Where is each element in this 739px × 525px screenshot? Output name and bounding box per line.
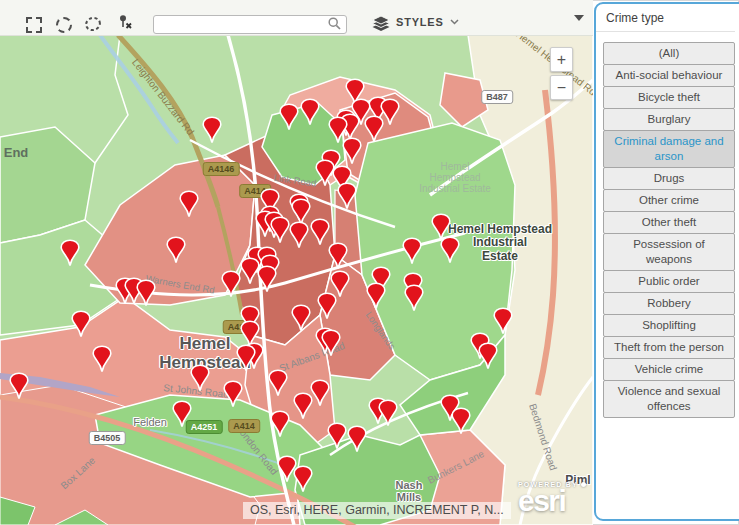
crime-pin[interactable] [479,343,497,368]
crime-pin[interactable] [292,305,310,330]
crime-pin[interactable] [10,373,28,398]
crime-type-item[interactable]: Theft from the person [603,336,735,359]
crime-pin[interactable] [381,99,399,124]
crime-type-item[interactable]: Shoplifting [603,314,735,337]
crime-pin[interactable] [367,283,385,308]
esri-logo: POWERED BY esri [518,481,586,514]
crime-type-item[interactable]: Burglary [603,108,735,131]
crime-pin[interactable] [222,271,240,296]
crime-pin[interactable] [280,104,298,129]
crime-pin[interactable] [241,258,259,283]
zoom-in-button[interactable]: + [550,47,573,72]
esri-dot-icon [581,482,586,487]
crime-pin[interactable] [203,117,221,142]
crime-pin[interactable] [365,116,383,141]
crime-pin[interactable] [348,426,366,451]
crime-pin[interactable] [292,199,310,224]
crime-pin[interactable] [452,408,470,433]
crime-pin[interactable] [180,191,198,216]
crime-pin[interactable] [328,423,346,448]
panel-title: Crime type [596,4,735,32]
crime-pin[interactable] [403,238,421,263]
crime-pin[interactable] [301,99,319,124]
crime-pin[interactable] [72,311,90,336]
map-pins-layer [0,35,593,525]
crime-pin[interactable] [137,280,155,305]
clear-pins-icon[interactable] [116,14,135,31]
crime-type-item[interactable]: (All) [603,42,735,65]
search-icon[interactable] [328,17,341,30]
zoom-controls: + − [550,47,573,100]
crime-pin[interactable] [271,411,289,436]
zoom-out-button[interactable]: − [550,75,573,100]
crime-pin[interactable] [61,240,79,265]
crime-type-item[interactable]: Vehicle crime [603,358,735,381]
crime-type-item[interactable]: Other crime [603,189,735,212]
crime-pin[interactable] [191,365,209,390]
crime-type-item[interactable]: Violence and sexual offences [603,380,735,418]
crime-pin[interactable] [294,393,312,418]
esri-wordmark: esri [518,488,586,514]
circle-select-icon[interactable] [56,17,72,33]
crime-pin[interactable] [271,217,289,242]
crime-type-item[interactable]: Possession of weapons [603,233,735,271]
toolbar: STYLES [0,0,593,36]
crime-type-item[interactable]: Criminal damage and arson [603,130,735,168]
styles-button[interactable]: STYLES [396,16,459,28]
crime-pin[interactable] [338,183,356,208]
crime-pin[interactable] [93,346,111,371]
crime-pin[interactable] [173,401,191,426]
crime-pin[interactable] [331,271,349,296]
chevron-down-icon [450,19,459,25]
crime-pin[interactable] [290,222,308,247]
crime-type-item[interactable]: Public order [603,270,735,293]
styles-label: STYLES [396,16,444,28]
map-canvas[interactable]: EndHemelHempsteadHemelHempsteadIndustria… [0,35,593,525]
search-box [153,14,347,33]
crime-map-app: STYLES [0,0,739,525]
crime-type-item[interactable]: Other theft [603,211,735,234]
crime-pin[interactable] [167,237,185,262]
crime-pin[interactable] [278,456,296,481]
crime-pin[interactable] [311,219,329,244]
crime-pin[interactable] [224,381,242,406]
panel-collapse-icon[interactable] [574,15,584,21]
rectangle-select-icon[interactable] [26,17,42,33]
crime-type-item[interactable]: Anti-social behaviour [603,64,735,87]
crime-pin[interactable] [294,466,312,491]
crime-pin[interactable] [316,160,334,185]
search-input[interactable] [153,15,347,34]
crime-pin[interactable] [432,214,450,239]
crime-pin[interactable] [379,400,397,425]
crime-type-item[interactable]: Bicycle theft [603,86,735,109]
crime-pin[interactable] [405,285,423,310]
crime-pin[interactable] [269,370,287,395]
crime-pin[interactable] [441,237,459,262]
crime-pin[interactable] [258,266,276,291]
map-attribution: OS, Esri, HERE, Garmin, INCREMENT P, N..… [243,502,511,519]
layers-icon[interactable] [372,16,390,31]
crime-pin[interactable] [329,243,347,268]
crime-pin[interactable] [329,117,347,142]
crime-type-list: (All)Anti-social behaviourBicycle theftB… [603,42,735,418]
crime-type-item[interactable]: Robbery [603,292,735,315]
crime-type-panel: Crime type (All)Anti-social behaviourBic… [594,2,739,521]
crime-pin[interactable] [237,345,255,370]
lasso-select-icon[interactable] [84,16,102,32]
crime-pin[interactable] [494,308,512,333]
crime-type-item[interactable]: Drugs [603,167,735,190]
crime-pin[interactable] [343,138,361,163]
crime-pin[interactable] [318,293,336,318]
crime-pin[interactable] [311,380,329,405]
